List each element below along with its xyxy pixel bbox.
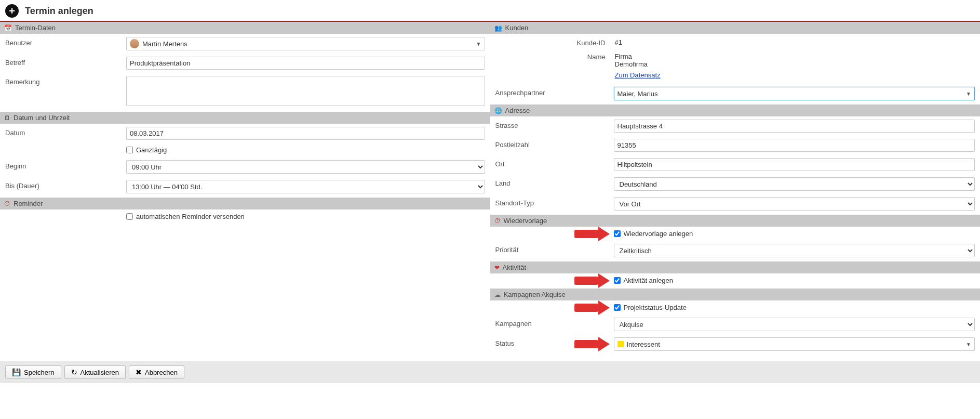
aktivitaet-anlegen-checkbox[interactable] [614,277,621,284]
refresh-icon: ↻ [71,368,77,376]
kunde-id-value: #1 [614,37,975,48]
plus-circle-icon: + [5,4,19,18]
ganztaegig-checkbox[interactable] [126,147,133,153]
close-icon: ✖ [136,368,142,376]
benutzer-select[interactable]: Martin Mertens ▼ [126,37,485,50]
bis-label: Bis (Dauer) [5,180,122,190]
auto-reminder-label: automatischen Reminder versenden [136,213,245,220]
cloud-icon: ☁ [494,291,501,298]
section-kunden: 👥 Kunden [490,22,981,34]
betreff-input[interactable] [126,57,485,70]
cancel-button[interactable]: ✖ Abbrechen [129,365,184,379]
kunde-name-label: Name [495,51,610,61]
kampagne-select[interactable]: Akquise [614,318,975,331]
standort-label: Standort-Typ [495,197,610,207]
zum-datensatz-link[interactable]: Zum Datensatz [615,71,661,79]
ansprechpartner-label: Ansprechpartner [495,87,610,97]
status-value: Interessent [627,341,660,348]
left-column: 📅 Termin-Daten Benutzer Martin Mertens ▼… [0,22,490,355]
section-reminder: ⏱ Reminder [0,198,490,210]
section-wiedervorlage: ⏱ Wiedervorlage [490,215,981,227]
clock-icon: ⏱ [4,200,10,207]
ort-input[interactable] [614,158,975,171]
section-title: Termin-Daten [15,24,56,32]
aktivitaet-anlegen-label: Aktivität anlegen [624,277,673,284]
calendar-icon: 📅 [4,24,12,32]
prio-label: Priorität [495,244,610,254]
kunde-name-line1: Firma [614,51,975,60]
annotation-arrow-icon [574,300,610,315]
ganztaegig-label: Ganztägig [136,146,167,154]
auto-reminder-checkbox[interactable] [126,213,133,220]
standort-select[interactable]: Vor Ort [614,197,975,211]
ansprechpartner-value: Maier, Marius [617,90,658,98]
beginn-select[interactable]: 09:00 Uhr [126,160,485,174]
annotation-arrow-icon [574,227,610,241]
projektstatus-update-checkbox[interactable] [614,304,621,311]
strasse-input[interactable] [614,120,975,133]
ansprechpartner-select[interactable]: Maier, Marius ▼ [614,87,975,100]
save-icon: 💾 [12,368,21,376]
annotation-arrow-icon [574,337,610,351]
land-select[interactable]: Deutschland [614,177,975,191]
kunde-name-line2: Demofirma [614,60,975,70]
user-avatar-icon [130,39,139,48]
calendar-icon: 🗓 [4,114,10,122]
section-title: Aktivität [503,264,527,271]
strasse-label: Strasse [495,120,610,129]
section-title: Kampagnen Akquise [504,291,566,298]
section-adresse: 🌐 Adresse [490,104,981,116]
chevron-down-icon: ▼ [966,342,971,347]
refresh-button-label: Aktualisieren [80,369,119,376]
refresh-button[interactable]: ↻ Aktualisieren [64,365,126,379]
save-button-label: Speichern [24,369,55,376]
plz-input[interactable] [614,139,975,152]
section-title: Reminder [14,200,43,207]
status-select[interactable]: Interessent ▼ [614,337,975,351]
bemerkung-textarea[interactable] [126,76,485,106]
kunde-id-label: Kunde-ID [495,37,610,47]
users-icon: 👥 [494,24,502,32]
bemerkung-label: Bemerkung [5,76,122,86]
save-button[interactable]: 💾 Speichern [5,365,61,379]
page-header: + Termin anlegen [0,0,980,22]
section-datum-uhrzeit: 🗓 Datum und Uhrzeit [0,112,490,124]
section-title: Adresse [505,107,530,114]
benutzer-label: Benutzer [5,37,122,47]
projektstatus-update-label: Projektstatus-Update [624,304,687,311]
clock-icon: ⏱ [494,217,501,225]
annotation-arrow-icon [574,273,610,288]
benutzer-value: Martin Mertens [142,40,187,48]
beginn-label: Beginn [5,160,122,170]
status-color-swatch [617,341,624,347]
plz-label: Postleitzahl [495,139,610,149]
kampagne-label: Kampagnen [495,318,610,328]
ort-label: Ort [495,158,610,168]
wiedervorlage-anlegen-label: Wiedervorlage anlegen [624,230,693,238]
datum-input[interactable] [126,127,485,140]
right-column: 👥 Kunden Kunde-ID #1 Name Firma Demofirm… [490,22,981,355]
section-aktivitaet: ❤ Aktivität [490,261,981,273]
heart-icon: ❤ [494,264,500,271]
chevron-down-icon: ▼ [966,91,971,97]
section-title: Datum und Uhrzeit [14,114,70,122]
section-kampagnen: ☁ Kampagnen Akquise [490,289,981,300]
section-title: Wiedervorlage [504,217,547,225]
globe-icon: 🌐 [494,107,502,114]
betreff-label: Betreff [5,57,122,67]
button-bar: 💾 Speichern ↻ Aktualisieren ✖ Abbrechen [0,361,980,383]
cancel-button-label: Abbrechen [145,369,178,376]
bis-select[interactable]: 13:00 Uhr — 04'00 Std. [126,180,485,193]
chevron-down-icon: ▼ [476,41,481,47]
wiedervorlage-anlegen-checkbox[interactable] [614,230,621,237]
page-title: Termin anlegen [25,6,93,17]
land-label: Land [495,177,610,187]
section-title: Kunden [505,24,529,32]
prio-select[interactable]: Zeitkritisch [614,244,975,257]
section-termin-daten: 📅 Termin-Daten [0,22,490,34]
datum-label: Datum [5,127,122,137]
